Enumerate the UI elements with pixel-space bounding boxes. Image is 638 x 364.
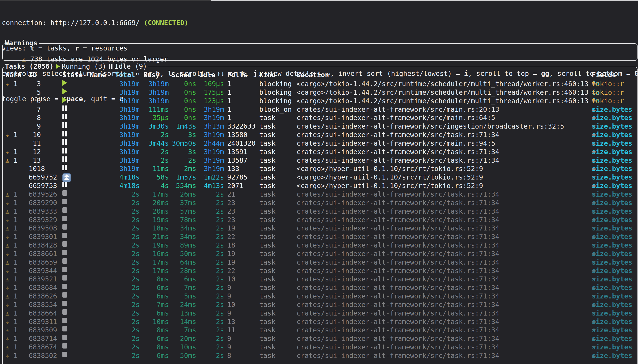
task-location: crates/sui-indexer-alt-framework/src/ing… xyxy=(296,122,564,130)
total-duration: 2s xyxy=(115,199,140,207)
task-row[interactable]: 83h19m35µs0ns3h19m1taskcrates/sui-indexe… xyxy=(3,114,637,122)
task-location: crates/sui-indexer-alt-framework/src/tas… xyxy=(296,241,499,249)
column-header-polls[interactable]: Polls xyxy=(227,71,248,79)
task-row[interactable]: ⚠168395262s17ms26ms2s21taskcrates/sui-in… xyxy=(3,190,637,199)
task-row[interactable]: ⚠168385022s6ms50ms2s8taskcrates/sui-inde… xyxy=(3,352,637,360)
table-header-row: Warn ID State Name Total▿ Busy Sched Idl… xyxy=(3,71,637,80)
field-name: size.bytes xyxy=(592,131,632,139)
task-kind: task xyxy=(259,301,276,308)
column-header-name[interactable]: Name xyxy=(90,71,106,79)
task-row[interactable]: 113h19m3m44s30m50s2h44m2401320taskcrates… xyxy=(3,139,637,148)
total-duration: 2s xyxy=(115,301,140,308)
field-equals: = xyxy=(592,326,596,334)
task-row[interactable]: ⚠168386612s16ms50ms2s19taskcrates/sui-in… xyxy=(3,250,637,258)
warnings-panel-title: Warnings xyxy=(4,39,39,47)
task-row[interactable]: ⚠168395212s8ms6ms2s10taskcrates/sui-inde… xyxy=(3,275,637,284)
busy-duration: 17ms xyxy=(140,190,169,198)
task-row[interactable]: 66597524m18s58s1m57s1m22s92785task<cargo… xyxy=(3,173,637,182)
warn-count: 1 xyxy=(14,267,18,275)
task-row[interactable]: ⚠168393332s20ms57ms2s23taskcrates/sui-in… xyxy=(3,207,637,216)
task-row[interactable]: ⚠168393442s17ms28ms2s22taskcrates/sui-in… xyxy=(3,267,637,275)
task-row[interactable]: ⚠168392902s20ms37ms2s23taskcrates/sui-in… xyxy=(3,199,637,207)
field-equals: = xyxy=(592,156,596,164)
task-row[interactable]: ⚠1 133h19m2s2s3h19m13587taskcrates/sui-i… xyxy=(3,156,637,165)
polls-count: 1 xyxy=(227,97,231,105)
field-name: size.bytes xyxy=(592,292,632,300)
field-equals: = xyxy=(592,258,596,266)
field-name: size.bytes xyxy=(592,106,632,113)
field-equals: = xyxy=(592,106,596,113)
task-row[interactable]: ⚠168395082s18ms34ms2s19taskcrates/sui-in… xyxy=(3,224,637,233)
field-name: size.bytes xyxy=(592,216,632,224)
task-row[interactable]: ⚠168384282s19ms89ms2s18taskcrates/sui-in… xyxy=(3,241,637,250)
total-duration: 2s xyxy=(115,292,140,300)
polls-count: 13580 xyxy=(227,131,248,139)
field-name: size.bytes xyxy=(592,309,632,317)
field-name: size.bytes xyxy=(592,148,632,156)
busy-duration: 20ms xyxy=(140,199,169,207)
column-header-warn[interactable]: Warn xyxy=(6,71,22,79)
busy-duration: 10ms xyxy=(140,318,169,326)
task-row[interactable]: 73h19m111ms0ns3h19m1block_oncrates/sui-i… xyxy=(3,106,637,114)
task-location: crates/sui-indexer-alt-framework/src/mai… xyxy=(296,114,495,122)
sched-duration: 50ms xyxy=(168,250,196,258)
task-row[interactable]: ⚠168387142s6ms20ms2s9taskcrates/sui-inde… xyxy=(3,334,637,343)
idle-duration: 2s xyxy=(196,241,224,249)
warn-count: 1 xyxy=(14,241,18,249)
task-row[interactable]: ⚠168395092s8ms7ms2s11taskcrates/sui-inde… xyxy=(3,326,637,334)
task-kind: task xyxy=(259,114,276,122)
task-row[interactable]: 63h19m3h19m0ns123µs1blocking<cargo>/toki… xyxy=(3,97,637,106)
field-name: size.bytes xyxy=(592,156,632,164)
task-row[interactable]: ⚠168385542s7ms24ms2s10taskcrates/sui-ind… xyxy=(3,301,637,309)
row-warning-triangle-icon: ⚠ xyxy=(6,224,10,232)
task-kind: task xyxy=(259,165,276,172)
column-header-busy[interactable]: Busy xyxy=(144,71,160,79)
task-row[interactable]: 66597534m18s4s554ms4m13s2071task<cargo>/… xyxy=(3,182,637,190)
total-duration: 2s xyxy=(115,309,140,317)
busy-duration: 8ms xyxy=(140,326,169,334)
polls-count: 1 xyxy=(227,114,231,122)
task-row[interactable]: ⚠1 103h19m2s3s3h19m13580taskcrates/sui-i… xyxy=(3,131,637,139)
task-location: crates/sui-indexer-alt-framework/src/tas… xyxy=(296,267,499,275)
task-row[interactable]: ⚠168393112s10ms14ms2s13taskcrates/sui-in… xyxy=(3,318,637,326)
total-duration: 3h19m xyxy=(115,88,140,96)
field-name: size.bytes xyxy=(592,173,632,181)
polls-count: 9 xyxy=(227,309,231,317)
task-row[interactable]: ⚠168386592s17ms64ms2s19taskcrates/sui-in… xyxy=(3,258,637,267)
task-rows: ⚠1 33h19m3h19m0ns169µs1blocking<cargo>/t… xyxy=(3,80,637,360)
sched-duration: 13ms xyxy=(168,309,196,317)
task-id: 11 xyxy=(29,139,41,147)
task-row[interactable]: 93h19m3m30s1m43s3h13m3322633taskcrates/s… xyxy=(3,122,637,131)
column-header-location[interactable]: Location xyxy=(296,71,329,79)
task-row[interactable]: ⚠168386642s6ms13ms2s9taskcrates/sui-inde… xyxy=(3,309,637,318)
row-warning-triangle-icon: ⚠ xyxy=(6,284,10,292)
task-row[interactable]: ⚠168393012s21ms34ms2s22taskcrates/sui-in… xyxy=(3,233,637,241)
task-row[interactable]: ⚠1 123h19m2s3s3h19m13591taskcrates/sui-i… xyxy=(3,148,637,156)
task-location: crates/sui-indexer-alt-framework/src/tas… xyxy=(296,334,499,342)
task-kind: task xyxy=(259,352,276,360)
task-row[interactable]: ⚠168393292s19ms78ms2s23taskcrates/sui-in… xyxy=(3,216,637,224)
column-header-fields[interactable]: Fields xyxy=(592,71,616,79)
task-row[interactable]: 10183h19m11ms2ms3h19m133task<cargo>/hype… xyxy=(3,165,637,173)
warn-count: 1 xyxy=(14,309,18,317)
task-row[interactable]: ⚠168386742s8ms10ms2s9taskcrates/sui-inde… xyxy=(3,343,637,352)
field-name: size.bytes xyxy=(592,114,632,122)
column-header-id[interactable]: ID xyxy=(29,71,37,79)
field-name: size.bytes xyxy=(592,334,632,342)
column-header-sched[interactable]: Sched xyxy=(171,71,192,79)
task-id: 8 xyxy=(29,114,41,122)
task-kind: task xyxy=(259,216,276,224)
task-row[interactable]: ⚠168386262s6ms5ms2s9taskcrates/sui-index… xyxy=(3,292,637,301)
task-row[interactable]: 53h19m3h19m0ns175µs1blocking<cargo>/toki… xyxy=(3,88,637,97)
column-header-idle[interactable]: Idle xyxy=(199,71,215,79)
field-name: size.bytes xyxy=(592,165,632,172)
task-kind: task xyxy=(259,122,276,130)
column-header-kind[interactable]: Kind xyxy=(259,71,276,79)
warning-text: 738 tasks are 1024 bytes or larger xyxy=(30,55,168,63)
task-row[interactable]: ⚠1 33h19m3h19m0ns169µs1blocking<cargo>/t… xyxy=(3,80,637,88)
task-row[interactable]: ⚠168386842s6ms7ms2s9taskcrates/sui-index… xyxy=(3,284,637,292)
column-header-state[interactable]: State xyxy=(62,71,82,79)
task-kind: task xyxy=(259,207,276,215)
idle-duration: 2s xyxy=(196,190,224,198)
total-duration: 4m18s xyxy=(115,182,140,190)
